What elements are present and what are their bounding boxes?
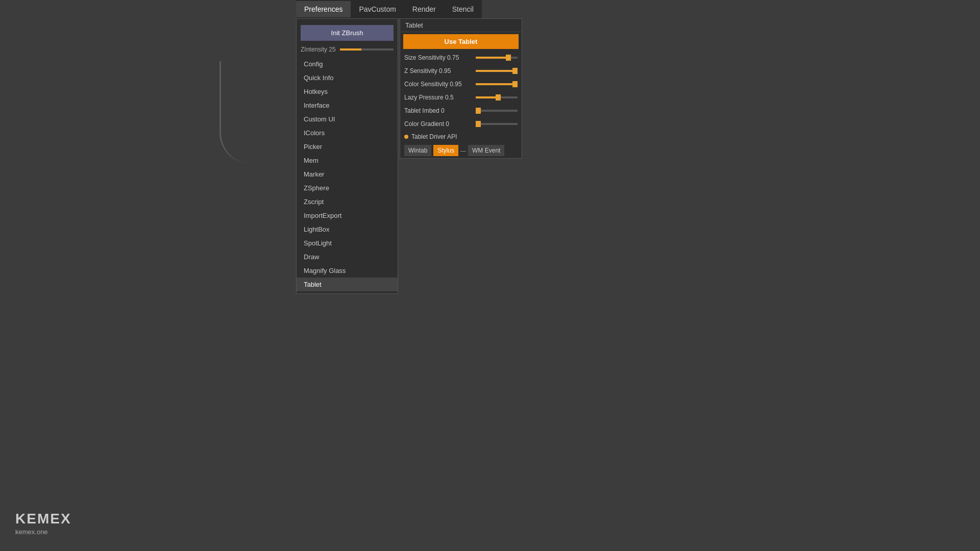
color-gradient-label: Color Gradient 0 [404,120,476,128]
tablet-header: Tablet [400,19,522,32]
tablet-driver-row: Tablet Driver API [400,131,522,143]
lazy-pressure-slider[interactable] [476,96,518,98]
menu-item-tablet[interactable]: Tablet [297,278,398,291]
logo: KEMEX kemex.one [15,511,71,536]
tablet-imbed-label: Tablet Imbed 0 [404,107,476,114]
menu-item-magnify-glass[interactable]: Magnify Glass [297,264,398,278]
menu-item-importexport[interactable]: ImportExport [297,209,398,222]
brush-stroke-decoration [219,61,281,163]
top-menu-bar: Preferences PavCustom Render Stencil [296,0,482,18]
color-sensitivity-slider[interactable] [476,83,518,85]
menu-item-marker[interactable]: Marker [297,167,398,181]
menu-item-zsphere[interactable]: ZSphere [297,181,398,195]
color-gradient-slider[interactable] [476,123,518,125]
tablet-bottom-buttons: Wintab Stylus — WM Event [400,143,522,158]
tab-render[interactable]: Render [404,1,444,17]
logo-main: KEMEX [15,511,71,527]
menu-item-mem[interactable]: Mem [297,154,398,167]
preferences-dropdown: Init ZBrush ZIntensity 25 Config Quick I… [296,18,398,294]
menu-item-interface[interactable]: Interface [297,98,398,112]
menu-item-lightbox[interactable]: LightBox [297,222,398,236]
z-intensity-label: ZIntensity 25 [301,46,336,53]
size-sensitivity-slider[interactable] [476,57,518,59]
menu-item-custom-ui[interactable]: Custom UI [297,112,398,126]
lazy-pressure-label: Lazy Pressure 0.5 [404,94,476,101]
tablet-driver-label: Tablet Driver API [411,133,457,140]
menu-item-icolors[interactable]: IColors [297,126,398,140]
z-sensitivity-row: Z Sensitivity 0.95 [400,64,522,78]
tab-preferences[interactable]: Preferences [296,1,351,17]
menu-item-hotkeys[interactable]: Hotkeys [297,85,398,98]
menu-item-config[interactable]: Config [297,57,398,71]
menu-item-draw[interactable]: Draw [297,250,398,264]
color-gradient-row: Color Gradient 0 [400,117,522,131]
stylus-button[interactable]: Stylus [433,145,458,156]
tab-stencil[interactable]: Stencil [444,1,482,17]
tablet-imbed-slider[interactable] [476,110,518,112]
menu-item-picker[interactable]: Picker [297,140,398,154]
menu-item-spotlight[interactable]: SpotLight [297,236,398,250]
menu-item-quick-info[interactable]: Quick Info [297,71,398,85]
logo-sub: kemex.one [15,528,71,536]
z-sensitivity-slider[interactable] [476,70,518,72]
wm-event-button[interactable]: WM Event [468,145,504,156]
tab-pavcustom[interactable]: PavCustom [351,1,404,17]
z-sensitivity-label: Z Sensitivity 0.95 [404,67,476,74]
z-intensity-row: ZIntensity 25 [297,44,398,55]
use-tablet-button[interactable]: Use Tablet [403,34,519,49]
size-sensitivity-row: Size Sensitivity 0.75 [400,51,522,64]
color-sensitivity-row: Color Sensitivity 0.95 [400,78,522,91]
menu-item-zscript[interactable]: Zscript [297,195,398,209]
size-sensitivity-label: Size Sensitivity 0.75 [404,54,476,61]
tablet-driver-dot [404,135,408,139]
tablet-panel: Tablet Use Tablet Size Sensitivity 0.75 … [400,18,522,159]
wintab-button[interactable]: Wintab [404,145,431,156]
init-zbrush-button[interactable]: Init ZBrush [301,25,394,41]
z-intensity-slider[interactable] [340,48,394,51]
color-sensitivity-label: Color Sensitivity 0.95 [404,81,476,88]
stylus-icon: — [460,147,466,154]
lazy-pressure-row: Lazy Pressure 0.5 [400,91,522,104]
tablet-imbed-row: Tablet Imbed 0 [400,104,522,117]
